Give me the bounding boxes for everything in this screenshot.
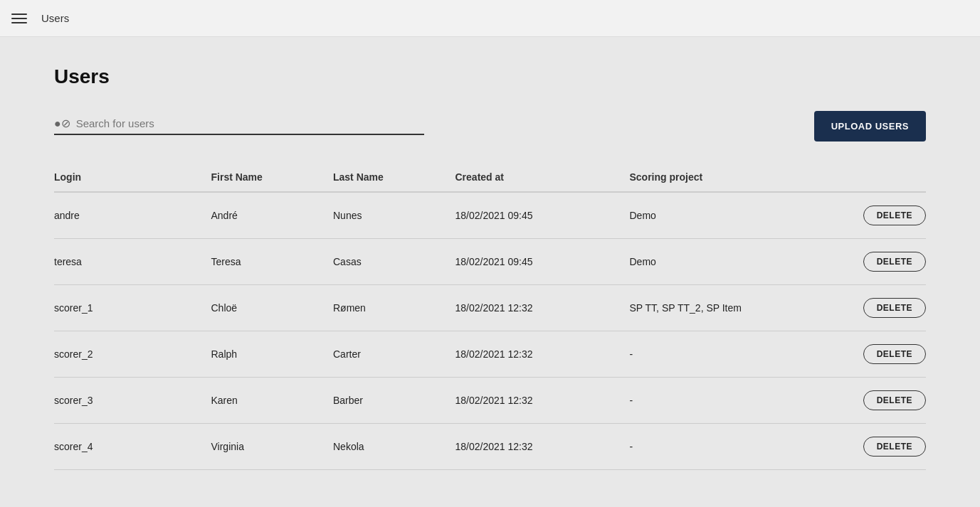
table-row: scorer_2RalphCarter18/02/2021 12:32-DELE… xyxy=(54,331,926,378)
col-header-firstname: First Name xyxy=(211,164,334,192)
top-nav: Users xyxy=(0,0,980,37)
cell-firstname: André xyxy=(211,192,334,239)
hamburger-menu[interactable] xyxy=(11,14,27,23)
table-row: scorer_1ChloëRømen18/02/2021 12:32SP TT,… xyxy=(54,285,926,331)
search-wrapper: ●⊘ xyxy=(54,117,424,135)
search-upload-row: ●⊘ UPLOAD USERS xyxy=(54,111,926,142)
col-header-login: Login xyxy=(54,164,211,192)
upload-users-button[interactable]: UPLOAD USERS xyxy=(814,111,926,142)
col-header-lastname: Last Name xyxy=(333,164,455,192)
delete-button[interactable]: DELETE xyxy=(863,390,926,410)
cell-scoring: - xyxy=(630,424,839,470)
cell-createdat: 18/02/2021 12:32 xyxy=(455,424,630,470)
cell-createdat: 18/02/2021 09:45 xyxy=(455,239,630,285)
delete-button[interactable]: DELETE xyxy=(863,206,926,225)
col-header-scoring: Scoring project xyxy=(630,164,839,192)
cell-action: DELETE xyxy=(839,331,927,378)
delete-button[interactable]: DELETE xyxy=(863,437,926,457)
delete-button[interactable]: DELETE xyxy=(863,298,926,318)
table-row: scorer_3KarenBarber18/02/2021 12:32-DELE… xyxy=(54,378,926,424)
delete-button[interactable]: DELETE xyxy=(863,344,926,364)
table-row: andreAndréNunes18/02/2021 09:45DemoDELET… xyxy=(54,192,926,239)
cell-scoring: Demo xyxy=(630,239,839,285)
cell-lastname: Nunes xyxy=(333,192,455,239)
cell-firstname: Ralph xyxy=(211,331,334,378)
cell-lastname: Casas xyxy=(333,239,455,285)
main-content: Users ●⊘ UPLOAD USERS Login First Name L… xyxy=(0,37,980,498)
cell-lastname: Rømen xyxy=(333,285,455,331)
cell-scoring: SP TT, SP TT_2, SP Item xyxy=(630,285,839,331)
cell-lastname: Carter xyxy=(333,331,455,378)
cell-scoring: - xyxy=(630,378,839,424)
cell-login: scorer_3 xyxy=(54,378,211,424)
table-body: andreAndréNunes18/02/2021 09:45DemoDELET… xyxy=(54,192,926,470)
cell-login: andre xyxy=(54,192,211,239)
table-row: scorer_4VirginiaNekola18/02/2021 12:32-D… xyxy=(54,424,926,470)
page-title: Users xyxy=(54,65,926,88)
table-header: Login First Name Last Name Created at Sc… xyxy=(54,164,926,192)
cell-login: scorer_2 xyxy=(54,331,211,378)
cell-createdat: 18/02/2021 12:32 xyxy=(455,378,630,424)
table-row: teresaTeresaCasas18/02/2021 09:45DemoDEL… xyxy=(54,239,926,285)
cell-action: DELETE xyxy=(839,239,927,285)
cell-lastname: Barber xyxy=(333,378,455,424)
search-input[interactable] xyxy=(76,117,424,129)
col-header-action xyxy=(839,164,927,192)
cell-action: DELETE xyxy=(839,192,927,239)
delete-button[interactable]: DELETE xyxy=(863,252,926,272)
cell-lastname: Nekola xyxy=(333,424,455,470)
cell-scoring: Demo xyxy=(630,192,839,239)
cell-login: teresa xyxy=(54,239,211,285)
search-icon: ●⊘ xyxy=(54,118,70,129)
cell-createdat: 18/02/2021 12:32 xyxy=(455,331,630,378)
cell-action: DELETE xyxy=(839,378,927,424)
col-header-createdat: Created at xyxy=(455,164,630,192)
cell-firstname: Virginia xyxy=(211,424,334,470)
nav-title: Users xyxy=(41,12,69,24)
cell-action: DELETE xyxy=(839,424,927,470)
cell-firstname: Chloë xyxy=(211,285,334,331)
cell-firstname: Teresa xyxy=(211,239,334,285)
cell-firstname: Karen xyxy=(211,378,334,424)
cell-createdat: 18/02/2021 12:32 xyxy=(455,285,630,331)
cell-scoring: - xyxy=(630,331,839,378)
users-table: Login First Name Last Name Created at Sc… xyxy=(54,164,926,470)
cell-login: scorer_4 xyxy=(54,424,211,470)
cell-createdat: 18/02/2021 09:45 xyxy=(455,192,630,239)
cell-login: scorer_1 xyxy=(54,285,211,331)
cell-action: DELETE xyxy=(839,285,927,331)
